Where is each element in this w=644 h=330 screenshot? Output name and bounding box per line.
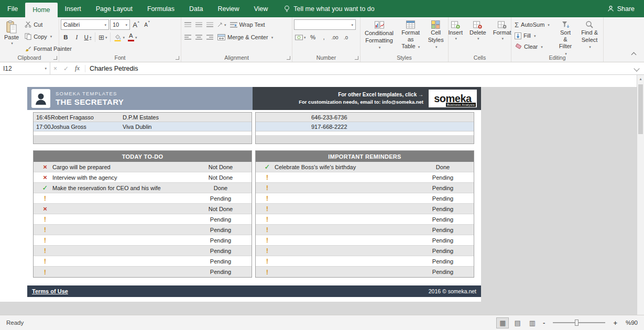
- todo-row[interactable]: !Pending: [34, 214, 252, 225]
- accounting-format-button[interactable]: ▾: [294, 32, 307, 42]
- tab-view[interactable]: View: [246, 0, 275, 17]
- schedule-phone-table[interactable]: 646-233-6736 917-668-2222: [255, 112, 474, 144]
- conditional-formatting-button[interactable]: Conditional Formatting ▾: [362, 19, 396, 53]
- decrease-font-size-button[interactable]: A▾: [142, 19, 152, 30]
- number-format-select[interactable]: ▾: [294, 19, 356, 30]
- zoom-level[interactable]: %90: [622, 320, 638, 326]
- share-button[interactable]: Share: [598, 0, 644, 17]
- reminder-row[interactable]: !Pending: [256, 256, 474, 267]
- bold-button[interactable]: B: [61, 32, 71, 42]
- dialog-launcher-icon[interactable]: [287, 56, 290, 60]
- todo-row[interactable]: !Pending: [34, 193, 252, 204]
- insert-cells-button[interactable]: Insert ▾: [445, 19, 465, 53]
- formula-bar-expand-icon[interactable]: [634, 65, 639, 71]
- dialog-launcher-icon[interactable]: [176, 56, 179, 60]
- zoom-slider[interactable]: [553, 322, 605, 323]
- todo-row[interactable]: ×Not Done: [34, 204, 252, 214]
- collapse-ribbon-icon[interactable]: [631, 52, 637, 58]
- tab-file[interactable]: File: [0, 0, 25, 17]
- worksheet[interactable]: SOMEKA TEMPLATES THE SECRETARY For other…: [0, 75, 644, 315]
- todo-row[interactable]: !Pending: [34, 246, 252, 256]
- delete-cells-button[interactable]: Delete ▾: [467, 19, 489, 53]
- reminder-row[interactable]: !Pending: [256, 246, 474, 256]
- someka-logo[interactable]: someka Business Analysis: [429, 90, 477, 107]
- enter-icon[interactable]: ✓: [60, 65, 72, 72]
- dialog-launcher-icon[interactable]: [53, 56, 57, 60]
- vertical-scrollbar[interactable]: ▴: [637, 75, 644, 315]
- reminder-row[interactable]: !Pending: [256, 267, 474, 277]
- reminder-row[interactable]: !Pending: [256, 214, 474, 225]
- zoom-slider-thumb[interactable]: [575, 320, 578, 326]
- format-cells-button[interactable]: Format ▾: [490, 19, 514, 53]
- tell-me-box[interactable]: Tell me what you want to do: [283, 0, 374, 17]
- tab-page-layout[interactable]: Page Layout: [89, 0, 140, 17]
- formula-input[interactable]: Charles Petredis: [85, 65, 635, 72]
- tab-review[interactable]: Review: [210, 0, 246, 17]
- zoom-out-icon[interactable]: -: [541, 319, 547, 327]
- todo-row[interactable]: !Pending: [34, 267, 252, 277]
- font-color-button[interactable]: A ▾: [127, 32, 138, 42]
- font-size-select[interactable]: 10▾: [110, 19, 130, 30]
- promo-line1[interactable]: For other Excel templates, click →: [299, 91, 423, 98]
- font-family-select[interactable]: Calibri▾: [61, 19, 109, 30]
- reminder-row[interactable]: !Pending: [256, 172, 474, 183]
- reminder-row[interactable]: !Pending: [256, 183, 474, 193]
- schedule-row[interactable]: 17:00 Joshua Gross Viva Dublin: [34, 122, 252, 131]
- scrollbar-thumb[interactable]: [638, 84, 643, 134]
- todo-row[interactable]: ×Interview with the agencyNot Done: [34, 172, 252, 183]
- italic-button[interactable]: I: [72, 32, 82, 42]
- cancel-icon[interactable]: ×: [50, 65, 60, 72]
- schedule-phone-row[interactable]: 646-233-6736: [256, 113, 474, 122]
- underline-button[interactable]: U▾: [83, 32, 93, 42]
- scroll-up-icon[interactable]: ▴: [637, 75, 644, 83]
- increase-font-size-button[interactable]: A▴: [131, 19, 141, 30]
- align-middle-button[interactable]: [194, 19, 204, 30]
- sort-filter-button[interactable]: Sort & Filter ▾: [555, 19, 576, 53]
- todo-row[interactable]: !Pending: [34, 235, 252, 246]
- schedule-phone-row[interactable]: 917-668-2222: [256, 122, 474, 131]
- clear-button[interactable]: Clear▾: [513, 41, 553, 52]
- align-bottom-button[interactable]: [205, 19, 215, 30]
- reminder-row[interactable]: ✓Celebrate Boss's wife's birthdayDone: [256, 162, 474, 172]
- schedule-row[interactable]: 16:45 Robert Fragasso D.P.M Estates: [34, 113, 252, 122]
- reminder-row[interactable]: !Pending: [256, 193, 474, 204]
- tab-data[interactable]: Data: [182, 0, 210, 17]
- wrap-text-button[interactable]: Wrap Text: [228, 19, 267, 30]
- orientation-button[interactable]: ▾: [216, 19, 227, 30]
- schedule-table[interactable]: 16:45 Robert Fragasso D.P.M Estates 17:0…: [33, 112, 252, 144]
- merge-center-button[interactable]: Merge & Center ▾: [216, 32, 275, 42]
- zoom-in-icon[interactable]: +: [612, 319, 619, 327]
- page-layout-view-icon[interactable]: ▤: [511, 318, 523, 328]
- reminder-row[interactable]: !Pending: [256, 225, 474, 235]
- todo-row[interactable]: !Pending: [34, 225, 252, 235]
- todo-row[interactable]: ×Cargo will be preparedNot Done: [34, 162, 252, 172]
- align-top-button[interactable]: [183, 19, 193, 30]
- name-box[interactable]: I12▾: [0, 62, 50, 74]
- comma-style-button[interactable]: ,: [319, 32, 329, 42]
- tab-formulas[interactable]: Formulas: [140, 0, 182, 17]
- reminder-row[interactable]: !Pending: [256, 204, 474, 214]
- reminder-row[interactable]: !Pending: [256, 235, 474, 246]
- borders-button[interactable]: ⊞▾: [97, 32, 108, 42]
- align-left-button[interactable]: [183, 32, 193, 42]
- fill-color-button[interactable]: ▾: [113, 32, 126, 42]
- todo-row[interactable]: ✓Make the reservation for CEO and his wi…: [34, 183, 252, 193]
- tab-insert[interactable]: Insert: [58, 0, 89, 17]
- paste-button[interactable]: Paste ▾: [2, 19, 21, 53]
- page-break-view-icon[interactable]: ▥: [527, 318, 538, 328]
- todo-row[interactable]: !Pending: [34, 256, 252, 267]
- insert-function-icon[interactable]: fx: [72, 64, 83, 72]
- cell-styles-button[interactable]: Cell Styles ▾: [425, 19, 446, 53]
- align-right-button[interactable]: [205, 32, 215, 42]
- decrease-decimal-button[interactable]: .0: [341, 32, 351, 42]
- align-center-button[interactable]: [194, 32, 204, 42]
- normal-view-icon[interactable]: ▦: [497, 318, 508, 328]
- format-as-table-button[interactable]: Format as Table ▾: [398, 19, 423, 53]
- tab-home[interactable]: Home: [25, 3, 57, 17]
- autosum-button[interactable]: ΣAutoSum▾: [513, 19, 553, 30]
- terms-of-use-link[interactable]: Terms of Use: [32, 288, 68, 294]
- fill-button[interactable]: Fill▾: [513, 30, 553, 41]
- increase-decimal-button[interactable]: .00: [330, 32, 340, 42]
- dialog-launcher-icon[interactable]: [355, 56, 358, 60]
- find-select-button[interactable]: Find & Select ▾: [577, 19, 602, 53]
